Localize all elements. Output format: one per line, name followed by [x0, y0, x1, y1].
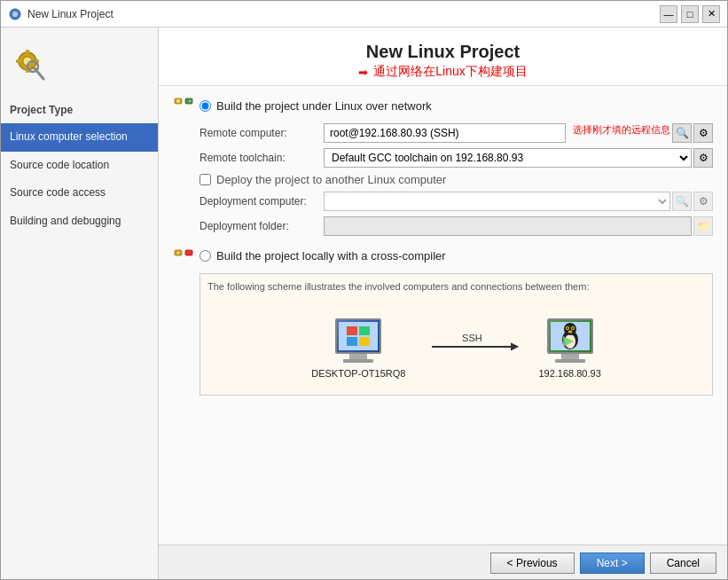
deployment-computer-row: Deployment computer: 🔍 ⚙ [173, 192, 713, 211]
windows-flag-icon [345, 323, 372, 349]
deployment-computer-input-group: 🔍 ⚙ [324, 192, 713, 211]
ssh-label: SSH [462, 333, 482, 343]
windows-computer: DESKTOP-OT15RQ8 [311, 318, 405, 379]
page-header: New Linux Project ➡ 通过网络在Linux下构建项目 [159, 27, 727, 86]
remote-computer-label: Remote computer: [200, 127, 324, 139]
svg-rect-6 [16, 59, 21, 63]
deployment-folder-label: Deployment folder: [200, 220, 324, 232]
deploy-checkbox-row: Deploy the project to another Linux comp… [173, 173, 713, 186]
sidebar-item-linux-computer-selection[interactable]: Linux computer selection [1, 123, 158, 152]
sidebar: Project Type Linux computer selection So… [1, 27, 159, 580]
monitor-screen-linux [547, 318, 593, 354]
windows-computer-label: DESKTOP-OT15RQ8 [311, 368, 405, 379]
option-network-label: Build the project under Linux over netwo… [216, 99, 432, 113]
remote-computer-settings-btn[interactable]: ⚙ [693, 123, 713, 143]
remote-toolchain-settings-btn[interactable]: ⚙ [693, 148, 713, 168]
deployment-folder-input-group: 📁 [324, 216, 713, 236]
option-local-radio[interactable] [200, 250, 211, 262]
window-controls: — □ ✕ [660, 5, 720, 23]
monitor-base-win [343, 359, 373, 363]
deploy-checkbox[interactable] [200, 174, 211, 185]
deployment-computer-search-btn: 🔍 [672, 192, 692, 211]
ssh-arrow: ▶ [432, 346, 512, 348]
svg-rect-18 [359, 326, 370, 335]
remote-computer-input-group: 选择刚才填的远程信息 🔍 ⚙ [324, 123, 713, 143]
page-subtitle: 通过网络在Linux下构建项目 [373, 64, 527, 80]
diagram-note: The following scheme illustrates the inv… [207, 281, 705, 292]
sidebar-top-icon [10, 42, 54, 86]
next-button[interactable]: Next > [580, 553, 645, 574]
sidebar-item-source-code-location[interactable]: Source code location [1, 152, 158, 180]
footer: < Previous Next > Cancel [159, 545, 727, 580]
option-network-radio[interactable] [200, 100, 211, 112]
diagram-content: DESKTOP-OT15RQ8 SSH ▶ [207, 301, 705, 388]
svg-point-23 [564, 323, 576, 335]
svg-rect-17 [347, 326, 357, 335]
remote-computer-row: Remote computer: 选择刚才填的远程信息 🔍 ⚙ [173, 123, 713, 143]
option-local-section: Build the project locally with a cross-c… [173, 245, 713, 396]
local-option-icon [173, 245, 194, 266]
sidebar-item-building-and-debugging[interactable]: Building and debugging [1, 208, 158, 236]
option-network-header: Build the project under Linux over netwo… [173, 95, 713, 116]
remote-toolchain-row: Remote toolchain: Default GCC toolchain … [173, 148, 713, 168]
linux-computer: 192.168.80.93 [538, 318, 600, 379]
monitor-inner-linux [551, 322, 590, 350]
sidebar-header [1, 36, 158, 100]
arrow-annotation: ➡ [358, 66, 368, 79]
main-container: Project Type Linux computer selection So… [1, 27, 727, 580]
project-type-label: Project Type [1, 100, 158, 123]
remote-toolchain-input-group: Default GCC toolchain on 192.168.80.93 ⚙ [324, 148, 713, 168]
linux-tux-icon [556, 322, 584, 350]
deploy-checkbox-label: Deploy the project to another Linux comp… [216, 173, 446, 186]
content-body: Build the project under Linux over netwo… [159, 86, 727, 545]
svg-point-11 [176, 99, 180, 103]
deployment-computer-select [324, 192, 670, 211]
svg-point-15 [177, 252, 180, 255]
option-local-header: Build the project locally with a cross-c… [173, 245, 713, 266]
previous-button[interactable]: < Previous [490, 553, 575, 574]
remote-toolchain-select[interactable]: Default GCC toolchain on 192.168.80.93 [324, 148, 692, 168]
deployment-folder-browse-btn: 📁 [693, 216, 713, 236]
option-network-section: Build the project under Linux over netwo… [173, 95, 713, 236]
diagram-area: The following scheme illustrates the inv… [200, 273, 713, 396]
sidebar-item-source-code-access[interactable]: Source code access [1, 179, 158, 208]
remote-toolchain-label: Remote toolchain: [200, 152, 324, 164]
close-button[interactable]: ✕ [702, 5, 720, 23]
title-bar-left: New Linux Project [8, 7, 114, 21]
ssh-connection: SSH ▶ [432, 333, 512, 348]
monitor-base-linux [555, 359, 585, 363]
windows-monitor [335, 318, 381, 363]
svg-point-28 [568, 331, 572, 333]
page-title: New Linux Project [159, 42, 727, 62]
title-bar: New Linux Project — □ ✕ [1, 1, 727, 27]
deployment-folder-input [324, 216, 692, 236]
maximize-button[interactable]: □ [681, 5, 699, 23]
svg-rect-16 [185, 250, 192, 255]
linux-computer-label: 192.168.80.93 [538, 368, 600, 379]
window-title: New Linux Project [27, 8, 114, 20]
svg-rect-4 [26, 50, 29, 55]
content-area: New Linux Project ➡ 通过网络在Linux下构建项目 [159, 27, 727, 580]
option-local-label: Build the project locally with a cross-c… [216, 249, 446, 263]
svg-point-27 [572, 327, 574, 329]
svg-rect-20 [359, 337, 370, 346]
svg-point-1 [12, 12, 18, 17]
remote-computer-search-btn[interactable]: 🔍 [672, 123, 692, 143]
deployment-computer-settings-btn: ⚙ [693, 192, 713, 211]
monitor-inner-win [339, 322, 378, 350]
deployment-computer-label: Deployment computer: [200, 195, 324, 208]
deployment-folder-row: Deployment folder: 📁 [173, 216, 713, 236]
monitor-screen-win [335, 318, 381, 354]
ssh-line-graphic: ▶ [432, 346, 512, 348]
app-icon [8, 7, 22, 21]
cancel-button[interactable]: Cancel [650, 553, 716, 574]
remote-annotation: 选择刚才填的远程信息 [573, 123, 670, 143]
network-option-icon [173, 95, 194, 116]
svg-rect-19 [347, 337, 357, 346]
svg-point-26 [567, 327, 568, 329]
remote-computer-input[interactable] [324, 123, 566, 143]
linux-monitor [547, 318, 593, 363]
minimize-button[interactable]: — [660, 5, 677, 23]
